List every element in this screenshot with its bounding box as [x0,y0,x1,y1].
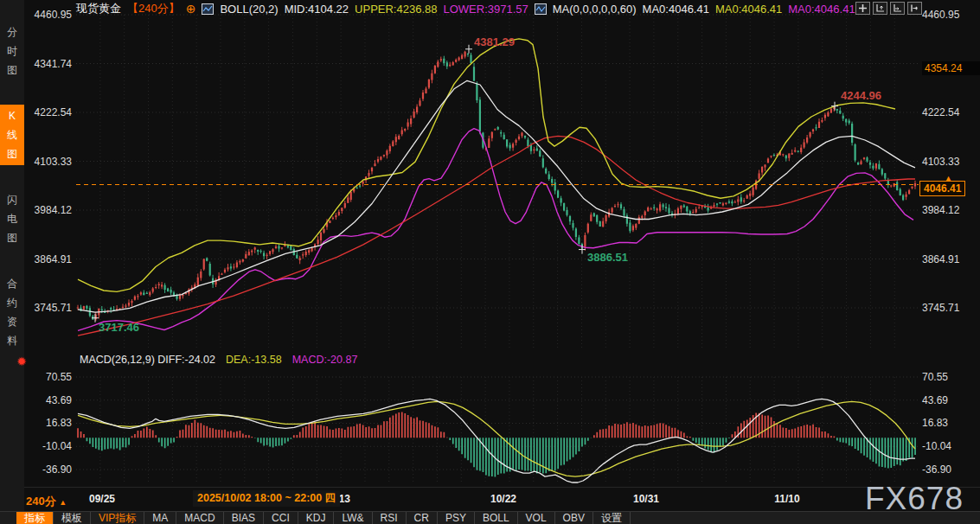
ma0-value-1: MA0:4046.41 [643,3,709,16]
macd-axis-label-left: -36.90 [24,463,72,476]
swing-marker-cross [465,45,472,54]
indicator-tab-指标[interactable]: 指标 [16,512,54,524]
macd-dea-line [78,401,915,476]
price-up-arrow-icon: ▲ [945,175,952,182]
price-axis-label-left: 3745.71 [24,302,72,314]
scale-time-axis-icon[interactable] [890,2,905,15]
indicator-tab-MACD[interactable]: MACD [176,512,223,524]
price-axis-label-right: 4222.54 [922,106,977,118]
sidebar-item-分时图[interactable]: 分时图 [0,21,24,81]
macd-axis-label-right: -36.90 [922,463,977,476]
price-axis-label-right: 3745.71 [922,302,977,314]
add-indicator-icon[interactable]: ⊕ [186,2,196,16]
period-selector[interactable]: 240分 ▲ [26,494,67,509]
indicator-tab-RSI[interactable]: RSI [373,512,407,524]
macd-axis-label-left: -10.04 [24,440,72,452]
boll-lower-line [78,129,913,331]
sidebar-item-合约资料[interactable]: 合约资料 [0,272,24,352]
indicator-tab-CR[interactable]: CR [407,512,438,524]
boll-mid-line [78,80,915,312]
candle-bodies-down [80,54,904,319]
alert-burst-icon[interactable]: ✹ [16,355,27,368]
scale-price-axis-icon[interactable] [873,2,887,15]
swing-point-label: 4381.29 [474,35,515,48]
price-axis-label-left: 4341.74 [24,58,72,70]
macd-header: MACD(26,12,9) DIFF:-24.02 DEA:-13.58 MAC… [80,354,357,366]
price-axis-label-right: 3864.91 [922,253,977,265]
current-price-label: 4046.41 [919,181,965,196]
time-axis-label: 11/10 [774,493,799,505]
indicator-header: 现货黄金 【240分】 ⊕ BOLL(20,2) MID:4104.22 UPP… [76,0,855,17]
indicator-tab-VOL[interactable]: VOL [518,512,555,524]
swing-point-label: 3886.51 [587,251,628,264]
boll-mid-value: MID:4104.22 [285,3,349,16]
chart-type-sidebar: 分时图K线图闪电图合约资料 [0,0,24,511]
ma-label: MA(0,0,0,0,0,60) [553,3,637,16]
indicator-tab-BOLL[interactable]: BOLL [475,512,518,524]
swing-point-label: 4244.96 [841,89,881,102]
macd-dea-value: DEA:-13.58 [226,354,282,366]
candle-wicks-down [81,53,904,320]
price-axis-label-right: 3984.12 [922,204,977,216]
price-macd-plot[interactable]: 4381.294244.963886.513717.46 [0,0,980,524]
ma-indicator-icon[interactable] [535,3,547,15]
price-axis-label-left: 3984.12 [24,204,72,216]
ma60-line [78,136,915,335]
indicator-tab-bar: 指标模板VIP指标MAMACDBIASCCIKDJLW&RSICRPSYBOLL… [0,511,980,524]
boll-upper-line [78,39,895,292]
indicator-tab-MA[interactable]: MA [144,512,176,524]
macd-axis-label-left: 16.83 [24,417,72,429]
boll-upper-value: UPPER:4236.88 [355,3,437,16]
boll-lower-value: LOWER:3971.57 [443,3,528,16]
crosshair-pan-icon[interactable] [855,2,870,15]
sidebar-item-闪电图[interactable]: 闪电图 [0,189,24,249]
macd-axis-label-left: 70.55 [24,371,72,383]
macd-diff-line [78,399,915,482]
indicator-tab-设置[interactable]: 设置 [593,512,631,524]
price-axis-label-left: 4103.33 [24,156,72,168]
sidebar-item-K线图[interactable]: K线图 [0,105,24,165]
price-axis-label-right: 4460.95 [922,9,977,21]
time-axis-label: 10/22 [490,493,516,505]
indicator-tab-LW&[interactable]: LW& [334,512,372,524]
chart-canvas[interactable]: 4381.294244.963886.513717.46 [0,0,980,524]
time-axis-label: 09/25 [89,493,115,505]
indicator-tab-PSY[interactable]: PSY [438,512,475,524]
pane-expand-icon[interactable] [907,2,922,15]
indicator-tab-OBV[interactable]: OBV [555,512,593,524]
indicator-tab-模板[interactable]: 模板 [54,512,91,524]
period-badge[interactable]: 【240分】 [127,1,180,16]
price-axis-label-left: 3864.91 [24,253,72,265]
ma0-value-3: MA0:4046.41 [788,3,855,16]
symbol-name: 现货黄金 [76,1,121,16]
indicator-tab-CCI[interactable]: CCI [264,512,298,524]
session-high-price-label: 4354.24 [922,61,980,75]
price-axis-label-right: 4103.33 [922,156,977,168]
boll-indicator-icon[interactable] [202,3,214,15]
macd-axis-label-right: 43.69 [922,394,977,406]
chevron-up-icon: ▲ [59,498,67,507]
macd-axis-label-left: 43.69 [24,394,72,406]
price-axis-label-left: 4460.95 [24,9,72,21]
time-range-tooltip: 2025/10/02 18:00 ~ 22:00 四 [193,490,340,507]
macd-axis-label-right: 16.83 [922,417,977,429]
chart-toolbar [855,2,922,15]
macd-name-diff-value: MACD(26,12,9) DIFF:-24.02 [80,354,215,366]
macd-macd-value: MACD:-20.87 [292,354,358,366]
ma0-value-2: MA0:4046.41 [715,3,782,16]
indicator-tab-KDJ[interactable]: KDJ [298,512,335,524]
time-axis-label: 10/31 [633,493,659,505]
swing-point-label: 3717.46 [99,321,139,334]
macd-axis-label-right: 70.55 [922,371,977,383]
price-axis-label-left: 4222.54 [24,106,72,118]
chart-window: 分时图K线图闪电图合约资料 现货黄金 【240分】 ⊕ BOLL(20,2) M… [0,0,980,524]
macd-histogram-negative [86,438,916,476]
indicator-tab-BIAS[interactable]: BIAS [224,512,264,524]
macd-axis-label-right: -10.04 [922,440,977,452]
indicator-tab-VIP指标[interactable]: VIP指标 [91,512,144,524]
boll-label: BOLL(20,2) [220,3,278,16]
